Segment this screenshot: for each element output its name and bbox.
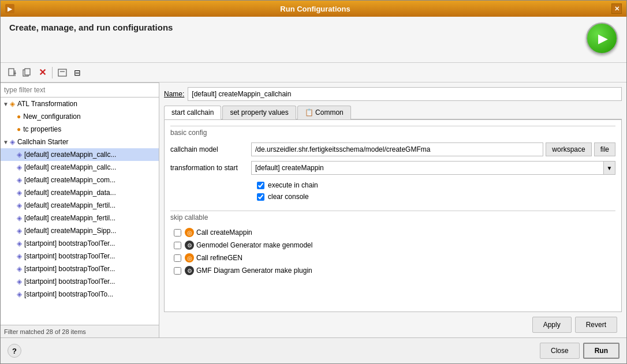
filter-toolbar-btn[interactable] [55, 66, 69, 80]
tree-item-15[interactable]: ◈ [startpoint] bootstrapToolTo... [1, 288, 159, 301]
item5-label: [default] createMappin_callc... [24, 163, 116, 171]
new-config-toolbar-btn[interactable] [5, 66, 19, 80]
basic-config-label: basic config [170, 126, 615, 137]
skip-item-2-checkbox[interactable] [174, 242, 181, 249]
svg-rect-4 [25, 69, 30, 75]
clear-console-checkbox[interactable] [257, 193, 264, 201]
delete-toolbar-btn[interactable]: ✕ [35, 66, 49, 80]
item15-label: [startpoint] bootstrapToolTo... [24, 290, 113, 298]
tree-item-14[interactable]: ◈ [startpoint] bootstrapToolTer... [1, 275, 159, 288]
execute-in-chain-label: execute in chain [268, 181, 318, 189]
callchain-group-icon: ◈ [10, 138, 15, 146]
item11-icon: ◈ [17, 239, 22, 247]
app-icon: ▶ [5, 4, 14, 13]
tree-item-10[interactable]: ◈ [default] createMappin_Sipp... [1, 224, 159, 237]
skip-item-3-icon: ◎ [185, 253, 194, 262]
item10-label: [default] createMappin_Sipp... [24, 227, 116, 235]
transformation-row: transformation to start ▼ [170, 161, 615, 175]
tree-item-tc[interactable]: ● tc properties [1, 123, 159, 136]
skip-item-2-label: Genmodel Generator make genmodel [196, 241, 312, 249]
item15-icon: ◈ [17, 290, 22, 298]
atl-expander[interactable]: ▼ [3, 101, 9, 107]
tab-start-callchain[interactable]: start callchain [164, 106, 221, 119]
name-row: Name: [164, 87, 622, 101]
tree-item-11[interactable]: ◈ [startpoint] bootstrapToolTer... [1, 237, 159, 250]
skip-item-1: ◎ Call createMappin [170, 226, 615, 239]
skip-item-3-checkbox[interactable] [174, 254, 181, 262]
item6-label: [default] createMappin_com... [24, 176, 115, 184]
footer-buttons: Close Run [540, 343, 619, 359]
item9-label: [default] createMappin_fertil... [24, 214, 115, 222]
tree-item-5[interactable]: ◈ [default] createMappin_callc... [1, 161, 159, 174]
tree-item-6[interactable]: ◈ [default] createMappin_com... [1, 174, 159, 186]
skip-item-4-checkbox[interactable] [174, 267, 181, 275]
callchain-model-row: callchain model workspace file [170, 142, 615, 156]
footer: ? Close Run [1, 337, 626, 363]
selected-item-label: [default] createMappin_callc... [24, 151, 116, 159]
status-text: Filter matched 28 of 28 items [4, 328, 86, 335]
close-window-button[interactable]: ✕ [611, 3, 622, 14]
tc-icon: ● [17, 125, 21, 133]
close-button[interactable]: Close [540, 343, 580, 359]
tab-set-property-values[interactable]: set property values [222, 106, 296, 119]
skip-item-3-label: Call refineGEN [196, 254, 242, 262]
header-title: Create, manage, and run configurations [9, 22, 173, 32]
callchain-model-label: callchain model [170, 145, 251, 153]
left-panel: ▼ ◈ ATL Transformation ● New_configurati… [1, 82, 159, 337]
tree-item-7[interactable]: ◈ [default] createMappin_data... [1, 186, 159, 199]
run-button[interactable] [586, 22, 618, 54]
collapse-toolbar-btn[interactable]: ⊟ [70, 66, 84, 80]
execute-in-chain-checkbox[interactable] [257, 182, 264, 189]
content-area: ▼ ◈ ATL Transformation ● New_configurati… [1, 82, 626, 337]
skip-item-3: ◎ Call refineGEN [170, 252, 615, 264]
tab-common[interactable]: 📋 Common [297, 106, 351, 119]
item7-icon: ◈ [17, 189, 22, 197]
callchain-expander[interactable]: ▼ [3, 139, 9, 145]
filter-input[interactable] [1, 82, 159, 97]
item6-icon: ◈ [17, 176, 22, 184]
apply-button[interactable]: Apply [532, 317, 572, 333]
atl-icon: ◈ [10, 100, 15, 108]
selected-item-icon: ◈ [17, 151, 22, 159]
skip-item-4-icon: ⚙ [185, 266, 194, 275]
item13-label: [startpoint] bootstrapToolTer... [24, 265, 115, 273]
item12-label: [startpoint] bootstrapToolTer... [24, 252, 115, 260]
skip-item-4-label: GMF Diagram Generator make plugin [196, 267, 312, 275]
item8-label: [default] createMappin_fertil... [24, 201, 115, 209]
tab-common-icon: 📋 [305, 108, 315, 117]
name-input[interactable] [188, 87, 622, 101]
clear-console-label: clear console [268, 193, 309, 201]
callchain-model-input[interactable] [251, 142, 543, 156]
run-footer-button[interactable]: Run [583, 343, 619, 359]
tree-item-9[interactable]: ◈ [default] createMappin_fertil... [1, 212, 159, 224]
item5-icon: ◈ [17, 163, 22, 171]
help-button[interactable]: ? [8, 344, 21, 358]
tree-item-12[interactable]: ◈ [startpoint] bootstrapToolTer... [1, 250, 159, 262]
tree-item-selected[interactable]: ◈ [default] createMappin_callc... [1, 148, 159, 161]
tab-set-property-values-label: set property values [230, 108, 288, 117]
skip-callable-label: skip callable [170, 211, 615, 222]
transformation-combo-input[interactable] [251, 161, 604, 175]
revert-button[interactable]: Revert [575, 317, 617, 333]
tree-group-callchain[interactable]: ▼ ◈ Callchain Starter [1, 136, 159, 148]
item12-icon: ◈ [17, 252, 22, 260]
transformation-combo-arrow[interactable]: ▼ [604, 161, 615, 175]
header-bar: Create, manage, and run configurations [1, 17, 626, 63]
skip-item-1-checkbox[interactable] [174, 229, 181, 237]
skip-callable-section: skip callable ◎ Call createMappin ⚙ Genm… [170, 211, 615, 277]
toolbar: ✕ ⊟ [1, 63, 626, 82]
tc-label: tc properties [23, 125, 61, 133]
duplicate-toolbar-btn[interactable] [20, 66, 34, 80]
tabs-bar: start callchain set property values 📋 Co… [164, 106, 622, 119]
workspace-button[interactable]: workspace [546, 142, 591, 156]
run-configurations-window: ▶ Run Configurations ✕ Create, manage, a… [0, 0, 627, 364]
skip-item-4: ⚙ GMF Diagram Generator make plugin [170, 264, 615, 277]
tree-item-13[interactable]: ◈ [startpoint] bootstrapToolTer... [1, 262, 159, 275]
apply-revert-area: Apply Revert [164, 312, 622, 333]
tree-item-8[interactable]: ◈ [default] createMappin_fertil... [1, 199, 159, 212]
file-button[interactable]: file [594, 142, 615, 156]
tree-item-new-config[interactable]: ● New_configuration [1, 110, 159, 123]
svg-rect-5 [58, 69, 66, 76]
toolbar-separator [52, 67, 53, 78]
tree-group-atl[interactable]: ▼ ◈ ATL Transformation [1, 97, 159, 110]
